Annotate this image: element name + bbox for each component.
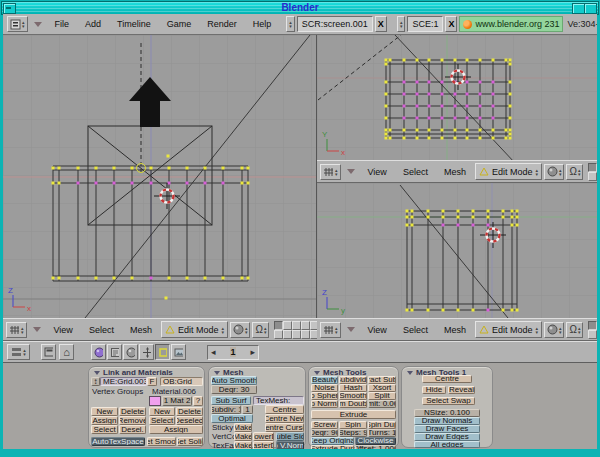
viewport-menu-select[interactable]: Select	[403, 167, 428, 177]
extrude-dup-button[interactable]: Extrude Dup	[311, 445, 354, 449]
material-color-swatch[interactable]	[149, 396, 161, 406]
info-window-type-button[interactable]: ▴▾	[7, 16, 28, 32]
pivot-dropdown[interactable]: Ω ▴▾	[566, 164, 583, 180]
spin-button[interactable]: Spin	[339, 421, 367, 429]
material-delete-button[interactable]: Delete	[176, 407, 203, 416]
vgroup-new-button[interactable]: New	[91, 407, 118, 416]
pivot-dropdown[interactable]: Ω ▴▾	[566, 322, 583, 338]
mode-dropdown[interactable]: Edit Mode ▴▾	[475, 163, 542, 180]
collapse-arrow-icon[interactable]	[347, 169, 355, 174]
limit-stepper[interactable]: Limit: 0.001	[368, 400, 396, 408]
spin-turns-stepper[interactable]: Turns: 1	[368, 429, 396, 437]
autotexspace-toggle[interactable]: AutoTexSpace	[91, 437, 145, 446]
layer-buttons[interactable]	[588, 163, 597, 181]
window-close-button[interactable]	[584, 3, 597, 14]
window-titlebar[interactable]: Blender	[1, 1, 599, 15]
material-deselect-button[interactable]: Deselect	[176, 416, 203, 425]
scene-browse-button[interactable]: ▴▾	[397, 16, 406, 32]
hide-button[interactable]: Hide	[422, 386, 446, 394]
viewport-front-canvas[interactable]: Z x	[3, 35, 317, 318]
vgroup-assign-button[interactable]: Assign	[91, 416, 118, 425]
shading-context-button[interactable]	[123, 344, 138, 360]
script-context-button[interactable]	[107, 344, 122, 360]
auto-smooth-toggle[interactable]: Auto Smooth	[211, 376, 257, 385]
screen-name-field[interactable]: SCR:screen.001	[297, 16, 373, 32]
clockwise-toggle[interactable]: Clockwise	[355, 437, 396, 445]
layer-buttons[interactable]	[588, 321, 597, 339]
fake-user-button[interactable]: F	[147, 377, 157, 386]
subdivide-button[interactable]: Subdivide	[339, 376, 367, 384]
draw-type-dropdown[interactable]: ▴▾	[544, 164, 565, 180]
viewport-menu-mesh[interactable]: Mesh	[444, 325, 466, 335]
panel-title[interactable]: Link and Materials	[94, 368, 173, 377]
vertcol-make-button[interactable]: Make	[234, 432, 252, 441]
viewport-menu-view[interactable]: View	[368, 167, 387, 177]
object-context-button[interactable]	[139, 344, 154, 360]
beauty-toggle[interactable]: Beauty	[311, 376, 338, 384]
keep-original-toggle[interactable]: Keep Original	[311, 437, 354, 445]
frame-next-icon[interactable]: ▸	[250, 347, 255, 357]
nsize-stepper[interactable]: NSize: 0.100	[414, 409, 480, 417]
flip-normals-button[interactable]: Flip Normals	[311, 400, 338, 408]
scene-delete-button[interactable]: X	[445, 16, 457, 32]
auto-smooth-degrees-stepper[interactable]: Degr: 30	[211, 385, 257, 394]
all-edges-toggle[interactable]: All edges	[414, 441, 480, 448]
viewport-menu-mesh[interactable]: Mesh	[444, 167, 466, 177]
faster-draw-button[interactable]: FasterDr	[253, 441, 274, 449]
home-view-button[interactable]: ⌂	[59, 344, 74, 360]
screw-button[interactable]: Screw	[311, 421, 338, 429]
vgroup-remove-button[interactable]: Remove	[119, 416, 146, 425]
frame-prev-icon[interactable]: ◂	[211, 347, 216, 357]
rem-doubles-button[interactable]: Rem Doubles	[339, 400, 367, 408]
menu-render[interactable]: Render	[207, 19, 237, 29]
layer-buttons[interactable]	[274, 321, 317, 339]
menu-add[interactable]: Add	[85, 19, 101, 29]
spin-degrees-stepper[interactable]: Degr: 90	[311, 429, 338, 437]
viewport-top[interactable]: Y x	[317, 35, 597, 160]
collapse-arrow-icon[interactable]	[34, 22, 42, 27]
buttons-window-type-button[interactable]: ▴▾	[7, 344, 30, 360]
fract-subd-button[interactable]: Fract Subd	[368, 376, 396, 384]
frame-number-stepper[interactable]: ◂ 1 ▸	[207, 345, 259, 360]
spin-steps-stepper[interactable]: Steps: 9	[339, 429, 367, 437]
extrude-button[interactable]: Extrude	[311, 410, 396, 419]
menu-game[interactable]: Game	[167, 19, 192, 29]
sticky-make-button[interactable]: Make	[234, 423, 252, 432]
optimal-toggle[interactable]: Optimal	[211, 414, 253, 423]
panel-alignment-button[interactable]	[41, 344, 56, 360]
scene-context-button[interactable]	[171, 344, 186, 360]
screen-browse-button[interactable]: ▴▾	[286, 16, 295, 32]
viewport-side[interactable]: Z y	[317, 183, 597, 318]
draw-edges-toggle[interactable]: Draw Edges	[414, 433, 480, 441]
mesh-browse-button[interactable]: ↕	[91, 377, 100, 386]
centre-new-button[interactable]: Centre New	[265, 414, 304, 423]
slower-draw-button[interactable]: SlowerDr	[253, 432, 274, 441]
vgroup-delete-button[interactable]: Delete	[119, 407, 146, 416]
viewport-top-canvas[interactable]: Y x	[317, 35, 597, 160]
mode-dropdown[interactable]: Edit Mode ▴▾	[475, 321, 542, 338]
menu-timeline[interactable]: Timeline	[117, 19, 151, 29]
no-vnormal-flip-toggle[interactable]: No V.Normal	[276, 441, 304, 449]
centre-button[interactable]: Centre	[422, 375, 472, 383]
buttons-window[interactable]: Link and Materials ↕ ME:Grid.003 F OB:Gr…	[3, 363, 597, 449]
object-name-field[interactable]: OB:Grid	[160, 377, 203, 386]
editing-context-button[interactable]	[155, 344, 170, 360]
viewport-menu-mesh[interactable]: Mesh	[130, 325, 152, 335]
subsurf-toggle[interactable]: Sub Surf	[211, 396, 251, 405]
3dview-window-type-button[interactable]: ▴▾	[6, 322, 27, 338]
noise-button[interactable]: Noise	[311, 384, 338, 392]
material-select-button[interactable]: Select	[149, 416, 175, 425]
material-assign-button[interactable]: Assign	[149, 425, 203, 434]
3dview-window-type-button[interactable]: ▴▾	[320, 322, 341, 338]
material-new-button[interactable]: New	[149, 407, 175, 416]
viewport-side-canvas[interactable]: Z y	[317, 183, 597, 318]
viewport-front[interactable]: Z x	[3, 35, 317, 318]
collapse-arrow-icon[interactable]	[33, 327, 41, 332]
subdiv-render-stepper[interactable]: 1	[242, 405, 253, 414]
vgroup-select-button[interactable]: Select	[91, 425, 118, 434]
pivot-dropdown[interactable]: Ω ▴▾	[252, 322, 269, 338]
xsort-button[interactable]: Xsort	[368, 384, 396, 392]
material-question-button[interactable]: ?	[193, 396, 203, 406]
3dview-window-type-button[interactable]: ▴▾	[320, 164, 341, 180]
to-sphere-button[interactable]: To Sphere	[311, 392, 338, 400]
